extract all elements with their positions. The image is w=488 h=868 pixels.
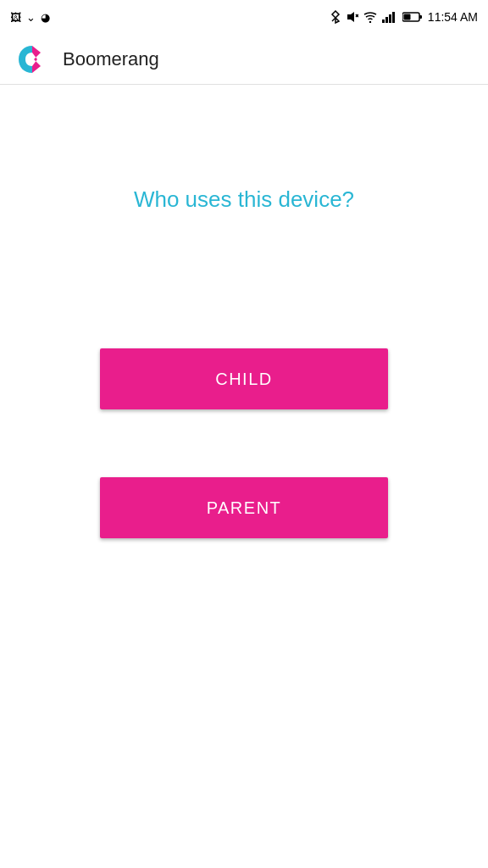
gallery-icon: 🖼 — [10, 11, 21, 24]
svg-rect-4 — [382, 19, 385, 23]
child-button[interactable]: CHILD — [100, 348, 388, 409]
svg-rect-7 — [392, 12, 395, 23]
svg-marker-0 — [347, 12, 354, 22]
app-logo — [14, 41, 51, 78]
mute-icon — [347, 11, 358, 23]
app-bar: Boomerang — [0, 34, 488, 85]
status-bar-left-icons: 🖼 ⌄ ◕ — [10, 11, 50, 24]
signal-icon — [382, 11, 397, 23]
svg-rect-10 — [403, 14, 410, 20]
svg-point-3 — [369, 21, 371, 23]
main-content: Who uses this device? CHILD PARENT — [0, 85, 488, 868]
parent-button[interactable]: PARENT — [100, 477, 388, 538]
status-time: 11:54 AM — [428, 10, 478, 24]
svg-rect-5 — [385, 17, 388, 23]
arrow-down-icon: ⌄ — [26, 11, 36, 24]
status-bar: 🖼 ⌄ ◕ — [0, 0, 488, 34]
svg-rect-6 — [389, 14, 391, 23]
status-bar-right-icons: 11:54 AM — [330, 10, 478, 24]
app-notification-icon: ◕ — [41, 11, 50, 24]
who-uses-question: Who uses this device? — [134, 186, 354, 213]
app-bar-title: Boomerang — [63, 48, 159, 70]
svg-rect-9 — [419, 15, 422, 19]
choice-buttons-container: CHILD PARENT — [34, 348, 454, 538]
battery-icon — [402, 11, 423, 23]
bluetooth-icon — [330, 10, 341, 24]
wifi-icon — [363, 11, 377, 23]
